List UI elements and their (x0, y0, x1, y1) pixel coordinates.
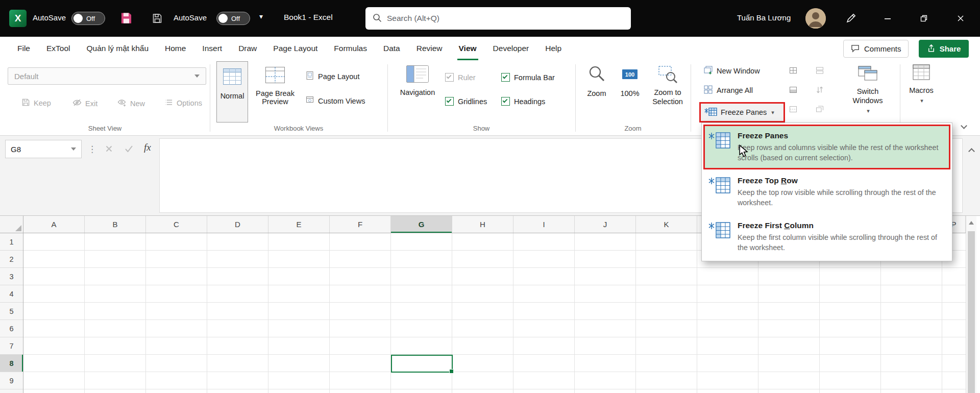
chevron-down-icon: ▾ (867, 108, 870, 114)
checkbox-ruler[interactable]: Ruler (445, 73, 476, 82)
excel-logo-icon[interactable]: X (9, 10, 27, 27)
column-header[interactable]: I (513, 216, 575, 233)
menu-item-freeze-top-row[interactable]: Freeze Top Row Keep the top row visible … (703, 169, 950, 214)
scroll-up-icon[interactable] (969, 221, 974, 225)
collapse-formula-bar-button[interactable] (966, 147, 976, 155)
tab-quan-ly-mat-khau[interactable]: Quản lý mật khẩu (79, 37, 157, 60)
row-header-selected[interactable]: 8 (0, 355, 23, 372)
minimize-button[interactable] (876, 0, 899, 37)
zoom-button[interactable]: Zoom (581, 64, 612, 98)
user-name[interactable]: Tuấn Ba Lương (737, 13, 791, 22)
row-header[interactable]: 1 (0, 233, 23, 251)
row-header[interactable]: 4 (0, 285, 23, 303)
autosave-toggle[interactable]: Off (71, 12, 105, 25)
row-header[interactable]: 2 (0, 251, 23, 268)
enter-check-icon[interactable] (125, 145, 133, 154)
keep-sheet-view-button[interactable]: Keep (21, 98, 51, 108)
collapse-ribbon-button[interactable] (959, 120, 969, 131)
row-header[interactable]: 7 (0, 337, 23, 355)
comments-icon (850, 43, 860, 55)
tab-home[interactable]: Home (157, 37, 194, 60)
column-header[interactable]: J (575, 216, 636, 233)
checkbox-gridlines[interactable]: Gridlines (445, 97, 487, 106)
tab-draw[interactable]: Draw (230, 37, 265, 60)
share-button[interactable]: Share (919, 40, 969, 58)
row-header[interactable]: 9 (0, 372, 23, 389)
checkbox-headings[interactable]: Headings (501, 97, 545, 106)
new-sheet-view-button[interactable]: New (117, 98, 145, 109)
tab-review[interactable]: Review (408, 37, 451, 60)
freeze-top-row-icon (708, 175, 731, 197)
zoom-100-icon: 100 (620, 64, 640, 86)
macros-button[interactable]: Macros ▾ (901, 63, 942, 104)
scrollbar-thumb[interactable] (968, 231, 975, 393)
cancel-icon[interactable] (105, 145, 113, 154)
vertical-scrollbar[interactable] (966, 216, 976, 393)
avatar[interactable] (805, 8, 826, 29)
view-side-by-side-icon[interactable] (816, 66, 825, 76)
normal-view-button[interactable]: Normal (216, 61, 248, 122)
name-box[interactable]: G8 (5, 140, 82, 158)
restore-button[interactable] (912, 0, 936, 37)
tab-help[interactable]: Help (537, 37, 570, 60)
column-header-selected[interactable]: G (391, 216, 452, 233)
search-icon (373, 13, 382, 24)
more-options-icon[interactable]: ⋮ (88, 144, 96, 155)
row-header[interactable]: 3 (0, 268, 23, 285)
sheet-view-dropdown[interactable]: Default (8, 67, 206, 85)
selected-cell[interactable] (391, 355, 453, 373)
tab-view[interactable]: View (451, 37, 485, 60)
checkbox-formula-bar[interactable]: Formula Bar (501, 73, 555, 82)
close-button[interactable] (949, 0, 972, 37)
freeze-panes-button[interactable]: Freeze Panes ▾ (699, 102, 785, 122)
tab-formulas[interactable]: Formulas (326, 37, 375, 60)
save-icon[interactable] (119, 11, 133, 27)
inking-pen-icon[interactable] (845, 13, 856, 26)
freeze-panes-menu: Freeze Panes Keep rows and columns visib… (701, 122, 952, 261)
column-header[interactable]: B (85, 216, 146, 233)
insert-function-button[interactable]: fx (144, 142, 151, 153)
mouse-cursor (739, 144, 749, 159)
column-header[interactable]: C (146, 216, 207, 233)
zoom-100-button[interactable]: 100 100% (615, 64, 645, 98)
search-input[interactable] (387, 14, 624, 23)
menu-item-freeze-first-column[interactable]: Freeze First Column Keep the first colum… (703, 214, 950, 259)
column-header[interactable]: K (636, 216, 697, 233)
arrange-all-button[interactable]: Arrange All (703, 85, 753, 96)
custom-views-button[interactable]: Custom Views (305, 95, 365, 106)
comments-button[interactable]: Comments (843, 40, 909, 58)
tab-file[interactable]: File (9, 37, 38, 60)
tab-insert[interactable]: Insert (194, 37, 230, 60)
switch-windows-button[interactable]: Switch Windows ▾ (845, 63, 890, 114)
autosave-state: Off (86, 15, 95, 22)
search-box[interactable] (365, 7, 631, 30)
exit-sheet-view-button[interactable]: Exit (72, 98, 97, 109)
synchronous-scrolling-icon[interactable] (816, 86, 825, 95)
row-header[interactable]: 5 (0, 303, 23, 320)
tab-extool[interactable]: ExTool (38, 37, 79, 60)
autosave2-toggle[interactable]: Off (216, 12, 250, 25)
column-header[interactable]: D (207, 216, 268, 233)
split-icon[interactable] (789, 66, 798, 76)
new-window-button[interactable]: New Window (703, 65, 760, 77)
sheet-view-options-button[interactable]: Options (164, 98, 202, 108)
custom-views-icon (305, 95, 314, 106)
row-header[interactable]: 6 (0, 320, 23, 337)
tab-data[interactable]: Data (375, 37, 408, 60)
reset-window-position-icon[interactable] (816, 105, 825, 114)
navigation-button[interactable]: Navigation (395, 64, 440, 97)
unhide-window-icon[interactable] (789, 105, 798, 114)
quick-access-toolbar-chevron-icon[interactable]: ▾ (259, 12, 263, 20)
page-layout-view-button[interactable]: Page Layout (305, 71, 359, 82)
page-break-preview-button[interactable]: Page Break Preview (251, 61, 299, 106)
hide-window-icon[interactable] (789, 86, 798, 95)
zoom-to-selection-button[interactable]: Zoom to Selection (645, 64, 691, 106)
quick-save-icon[interactable] (151, 12, 163, 26)
column-header[interactable]: A (23, 216, 85, 233)
column-header[interactable]: F (330, 216, 391, 233)
tab-developer[interactable]: Developer (485, 37, 537, 60)
tab-page-layout[interactable]: Page Layout (265, 37, 326, 60)
column-header[interactable]: E (268, 216, 330, 233)
select-all-corner[interactable] (0, 216, 23, 233)
column-header[interactable]: H (452, 216, 513, 233)
